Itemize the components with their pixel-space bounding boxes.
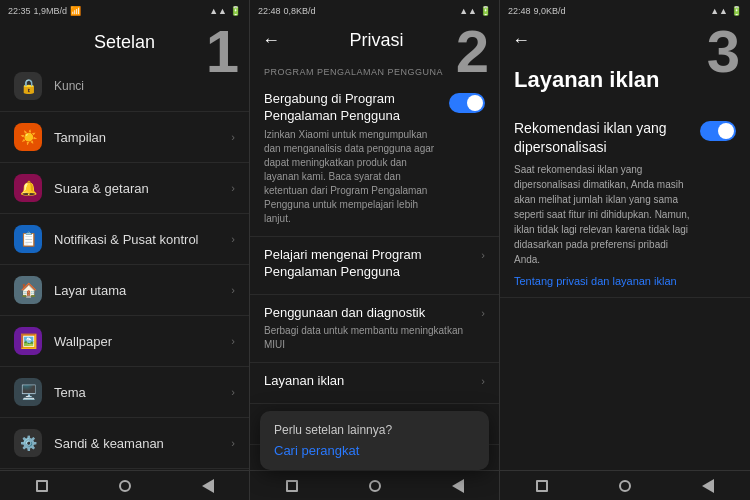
priv-bergabung-content: Bergabung di Program Pengalaman Pengguna…: [264, 91, 441, 226]
popup-title: Perlu setelan lainnya?: [274, 423, 475, 437]
notifikasi-icon: 📋: [14, 225, 42, 253]
nav-circle-1[interactable]: [115, 476, 135, 496]
priv-item-pelajari[interactable]: Pelajari mengenai Program Pengalaman Pen…: [250, 237, 499, 295]
settings-item-sandi[interactable]: ⚙️ Sandi & keamanan ›: [0, 418, 249, 469]
status-time-2: 22:48: [258, 6, 281, 16]
nav-square-2[interactable]: [282, 476, 302, 496]
status-time-3: 22:48: [508, 6, 531, 16]
priv-pelajari-arrow: ›: [481, 249, 485, 261]
status-time-1: 22:35: [8, 6, 31, 16]
priv-layanan-iklan-arrow: ›: [481, 375, 485, 387]
wallpaper-icon: 🖼️: [14, 327, 42, 355]
suara-arrow: ›: [231, 182, 235, 194]
settings-list: 🔒 Kunci ☀️ Tampilan › 🔔 Suara & getaran …: [0, 61, 249, 470]
signal-icon-2: ▲▲: [459, 6, 477, 16]
signal-icon-3: ▲▲: [710, 6, 728, 16]
settings-item-notifikasi[interactable]: 📋 Notifikasi & Pusat kontrol ›: [0, 214, 249, 265]
iklan-rekomendasi-content: Rekomendasi iklan yang dipersonalisasi S…: [514, 119, 692, 286]
panel-settings: 22:35 1,9MB/d 📶 ▲▲ 🔋 Setelan 1 🔒 Kunci ☀…: [0, 0, 250, 500]
battery-icon-3: 🔋: [731, 6, 742, 16]
panel1-number: 1: [206, 22, 239, 82]
back-button-2[interactable]: ←: [262, 30, 280, 51]
iklan-rekomendasi-title: Rekomendasi iklan yang dipersonalisasi: [514, 119, 692, 155]
settings-item-layar[interactable]: 🏠 Layar utama ›: [0, 265, 249, 316]
tampilan-icon: ☀️: [14, 123, 42, 151]
wifi-icon-1: ▲▲: [209, 6, 227, 16]
suara-icon: 🔔: [14, 174, 42, 202]
nav-back-3[interactable]: [698, 476, 718, 496]
priv-item-layanan-iklan[interactable]: Layanan iklan ›: [250, 363, 499, 404]
tampilan-label: Tampilan: [54, 130, 231, 145]
nav-square-1[interactable]: [32, 476, 52, 496]
nav-back-1[interactable]: [198, 476, 218, 496]
priv-bergabung-title: Bergabung di Program Pengalaman Pengguna: [264, 91, 441, 125]
signal-icon-1: 📶: [70, 6, 81, 16]
bottom-nav-1: [0, 470, 249, 500]
tema-icon: 🖥️: [14, 378, 42, 406]
status-right-2: ▲▲ 🔋: [459, 6, 491, 16]
status-left-1: 22:35 1,9MB/d 📶: [8, 6, 81, 16]
nav-circle-3[interactable]: [615, 476, 635, 496]
priv-bergabung-desc: Izinkan Xiaomi untuk mengumpulkan dan me…: [264, 128, 441, 226]
bottom-nav-3: [500, 470, 750, 500]
sandi-icon: ⚙️: [14, 429, 42, 457]
priv-pelajari-content: Pelajari mengenai Program Pengalaman Pen…: [264, 247, 473, 284]
priv-pelajari-title: Pelajari mengenai Program Pengalaman Pen…: [264, 247, 473, 281]
settings-item-tampilan[interactable]: ☀️ Tampilan ›: [0, 112, 249, 163]
popup-link[interactable]: Cari perangkat: [274, 443, 475, 458]
panel2-title: Privasi: [290, 30, 463, 51]
tema-label: Tema: [54, 385, 231, 400]
priv-item-bergabung[interactable]: Bergabung di Program Pengalaman Pengguna…: [250, 81, 499, 237]
battery-icon-1: 🔋: [230, 6, 241, 16]
priv-diagnostik-arrow: ›: [481, 307, 485, 319]
status-left-2: 22:48 0,8KB/d: [258, 6, 316, 16]
tema-arrow: ›: [231, 386, 235, 398]
nav-circle-2[interactable]: [365, 476, 385, 496]
settings-item-suara[interactable]: 🔔 Suara & getaran ›: [0, 163, 249, 214]
panel3-number: 3: [707, 22, 740, 82]
iklan-privacy-link[interactable]: Tentang privasi dan layanan iklan: [514, 275, 692, 287]
status-info-2: 0,8KB/d: [284, 6, 316, 16]
toggle-iklan-personalisasi[interactable]: [700, 121, 736, 141]
battery-icon-2: 🔋: [480, 6, 491, 16]
panel3-content: Rekomendasi iklan yang dipersonalisasi S…: [500, 105, 750, 470]
priv-item-diagnostik[interactable]: Penggunaan dan diagnostik Berbagi data u…: [250, 295, 499, 364]
sandi-label: Sandi & keamanan: [54, 436, 231, 451]
priv-diagnostik-content: Penggunaan dan diagnostik Berbagi data u…: [264, 305, 473, 353]
notifikasi-label: Notifikasi & Pusat kontrol: [54, 232, 231, 247]
settings-item-wallpaper[interactable]: 🖼️ Wallpaper ›: [0, 316, 249, 367]
tampilan-arrow: ›: [231, 131, 235, 143]
status-info-1: 1,9MB/d: [34, 6, 68, 16]
wallpaper-arrow: ›: [231, 335, 235, 347]
priv-diagnostik-title: Penggunaan dan diagnostik: [264, 305, 473, 322]
privasi-content: PROGRAM PENGALAMAN PENGGUNA Bergabung di…: [250, 59, 499, 470]
priv-layanan-iklan-content: Layanan iklan: [264, 373, 473, 393]
sandi-arrow: ›: [231, 437, 235, 449]
iklan-section-rekomendasi: Rekomendasi iklan yang dipersonalisasi S…: [500, 109, 750, 297]
status-info-3: 9,0KB/d: [534, 6, 566, 16]
status-left-3: 22:48 9,0KB/d: [508, 6, 566, 16]
wallpaper-label: Wallpaper: [54, 334, 231, 349]
nav-square-3[interactable]: [532, 476, 552, 496]
status-right-3: ▲▲ 🔋: [710, 6, 742, 16]
layar-label: Layar utama: [54, 283, 231, 298]
back-button-3[interactable]: ←: [512, 30, 530, 51]
toggle-bergabung[interactable]: [449, 93, 485, 113]
notifikasi-arrow: ›: [231, 233, 235, 245]
iklan-rekomendasi-desc: Saat rekomendasi iklan yang dipersonalis…: [514, 162, 692, 267]
bottom-nav-2: [250, 470, 499, 500]
suara-label: Suara & getaran: [54, 181, 231, 196]
priv-layanan-iklan-title: Layanan iklan: [264, 373, 473, 390]
layar-icon: 🏠: [14, 276, 42, 304]
panel-layanan-iklan: 22:48 9,0KB/d ▲▲ 🔋 ← 3 Layanan iklan Rek…: [500, 0, 750, 500]
kunci-icon: 🔒: [14, 72, 42, 100]
panel2-number: 2: [456, 22, 489, 82]
status-right-1: ▲▲ 🔋: [209, 6, 241, 16]
nav-back-2[interactable]: [448, 476, 468, 496]
settings-item-tema[interactable]: 🖥️ Tema ›: [0, 367, 249, 418]
priv-diagnostik-desc: Berbagi data untuk membantu meningkatkan…: [264, 324, 473, 352]
panel-privasi: 22:48 0,8KB/d ▲▲ 🔋 ← Privasi 2 PROGRAM P…: [250, 0, 500, 500]
popup-overlay: Perlu setelan lainnya? Cari perangkat: [260, 411, 489, 470]
layar-arrow: ›: [231, 284, 235, 296]
